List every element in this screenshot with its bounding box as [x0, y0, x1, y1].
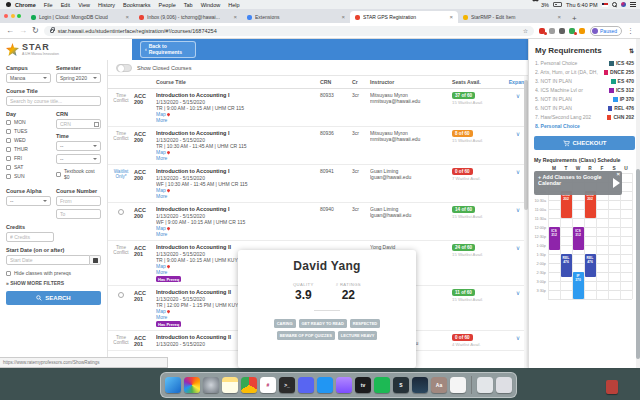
dock-notes-icon[interactable] [222, 377, 238, 393]
menu-item-help[interactable]: Help [228, 2, 239, 8]
back-nav-button[interactable]: ← [6, 27, 14, 35]
extension-gray-icon[interactable] [549, 28, 555, 34]
tab-close-icon[interactable]: × [557, 14, 561, 20]
requirement-item[interactable]: 1. Personal ChoiceICS 425 [534, 59, 635, 68]
select-course-radio[interactable] [118, 209, 124, 215]
spotlight-icon[interactable] [612, 2, 617, 7]
select-course-radio[interactable] [118, 292, 124, 298]
tab-close-icon[interactable]: × [125, 14, 129, 20]
dock-terminal-icon[interactable]: >_ [279, 377, 295, 393]
omnibox[interactable]: star.hawaii.edu/studentinterface/registr… [44, 26, 534, 36]
forward-nav-button[interactable]: → [19, 27, 27, 35]
day-checkbox-row-fri[interactable]: FRI [6, 155, 51, 161]
textbook-checkbox[interactable] [56, 172, 61, 177]
menu-item-view[interactable]: View [78, 2, 90, 8]
tab-close-icon[interactable]: × [449, 14, 453, 20]
day-checkbox-fri[interactable] [6, 156, 11, 161]
course-title[interactable]: Introduction to Accounting I [156, 206, 317, 212]
menu-item-people[interactable]: People [159, 2, 176, 8]
window-zoom-button[interactable] [17, 14, 21, 18]
dock-links-folder-icon[interactable] [477, 377, 493, 393]
dock-vscode-icon[interactable] [317, 377, 333, 393]
expand-chevron-icon[interactable]: ∨ [516, 335, 520, 341]
profile-chip[interactable]: Paused [590, 26, 622, 36]
dock-apple-tv-icon[interactable]: tv [355, 377, 371, 393]
requirement-item[interactable]: 2. Arts, Hum, or Lit (DA, DH,DNCE 255 [534, 68, 635, 77]
requirement-item[interactable]: 3. NOT IN PLANES 470 [534, 77, 635, 86]
hide-prereq-checkbox[interactable] [6, 271, 11, 276]
course-number-from-input[interactable] [56, 196, 101, 206]
tab-2[interactable]: Inbox (9,006) - tchorng@hawai...× [134, 11, 242, 23]
menu-item-history[interactable]: History [98, 2, 115, 8]
semester-select[interactable]: Spring 2020 [56, 73, 101, 83]
page-scrollbar-thumb[interactable] [636, 169, 640, 359]
expand-chevron-icon[interactable]: ∨ [516, 131, 520, 137]
window-close-button[interactable] [4, 14, 8, 18]
input-language-flag-icon[interactable] [602, 3, 608, 7]
day-checkbox-tues[interactable] [6, 129, 11, 134]
course-number-to-input[interactable] [56, 209, 101, 219]
day-checkbox-row-sun[interactable]: SUN [6, 173, 51, 179]
hide-prereq-checkbox-row[interactable]: Hide classes with prereqs [6, 270, 101, 276]
dock-trash-icon[interactable] [496, 377, 512, 393]
more-link[interactable]: More [156, 117, 317, 123]
time-from-select[interactable]: -- [56, 141, 101, 151]
day-checkbox-row-mon[interactable]: MON [6, 119, 51, 125]
dock-spotify-icon[interactable] [374, 377, 390, 393]
extension-colorful-icon[interactable] [569, 28, 575, 34]
checkout-button[interactable]: CHECKOUT [534, 136, 635, 150]
show-closed-toggle[interactable] [116, 64, 132, 72]
menu-item-file[interactable]: File [44, 2, 53, 8]
tab-close-icon[interactable]: × [341, 14, 345, 20]
expand-chevron-icon[interactable]: ∨ [516, 169, 520, 175]
expand-chevron-icon[interactable]: ∨ [516, 207, 520, 213]
tab-5[interactable]: StarRMP - Edit Item× [458, 11, 566, 23]
start-date-input[interactable] [6, 255, 90, 265]
more-link[interactable]: More [156, 193, 317, 199]
day-checkbox-wed[interactable] [6, 138, 11, 143]
dock-podcasts-icon[interactable] [336, 377, 352, 393]
expand-chevron-icon[interactable]: ∨ [516, 93, 520, 99]
dock-reminders-icon[interactable] [450, 377, 466, 393]
menu-item-edit[interactable]: Edit [61, 2, 70, 8]
sort-icon[interactable]: ⇅ [629, 47, 634, 54]
browser-menu-icon[interactable]: ⋮ [627, 27, 634, 35]
expand-chevron-icon[interactable]: ∨ [516, 290, 520, 296]
reload-button[interactable]: ↻ [32, 27, 39, 35]
siri-icon[interactable] [621, 2, 627, 8]
requirement-item[interactable]: 5. NOT IN PLANIP 370 [534, 95, 635, 104]
url-text[interactable]: star.hawaii.edu/studentinterface/registr… [58, 28, 217, 34]
dock-system-preferences-icon[interactable] [203, 377, 219, 393]
menu-item-tab[interactable]: Tab [184, 2, 193, 8]
extension-orange-icon[interactable] [579, 28, 585, 34]
dock-dictionary-icon[interactable]: Aa [431, 377, 447, 393]
https-lock-icon[interactable] [50, 29, 54, 34]
tab-1[interactable]: Login | Cloud: MongoDB Cloud× [26, 11, 134, 23]
course-title[interactable]: Introduction to Accounting I [156, 130, 317, 136]
menu-item-chrome[interactable]: Chrome [15, 2, 36, 8]
bookmark-star-icon[interactable]: ☆ [523, 27, 528, 34]
campus-select[interactable]: Manoa [6, 73, 51, 83]
menubar-clock[interactable]: Thu 6:40 PM [566, 2, 598, 8]
crn-grid-icon[interactable] [94, 122, 99, 127]
dock-chrome-icon[interactable] [241, 377, 257, 393]
notification-center-icon[interactable] [630, 2, 636, 7]
day-checkbox-mon[interactable] [6, 120, 11, 125]
day-checkbox-row-wed[interactable]: WED [6, 137, 51, 143]
tab-4[interactable]: STAR GPS Registration× [350, 11, 458, 23]
back-to-requirements-button[interactable]: ‹ Back to Requirements [140, 41, 196, 58]
dock-photos-icon[interactable] [184, 377, 200, 393]
menu-item-bookmarks[interactable]: Bookmarks [123, 2, 151, 8]
requirement-item[interactable]: 6. NOT IN PLANREL 476 [534, 104, 635, 113]
tab-close-icon[interactable]: × [233, 14, 237, 20]
requirement-item[interactable]: 7. Haw/Second Lang 202CHN 202 [534, 113, 635, 122]
menu-item-window[interactable]: Window [201, 2, 221, 8]
more-link[interactable]: More [156, 155, 317, 161]
expand-chevron-icon[interactable]: ∨ [516, 245, 520, 251]
credits-input[interactable] [6, 232, 54, 242]
more-link[interactable]: More [156, 231, 317, 237]
tab-3[interactable]: Extensions× [242, 11, 350, 23]
dock-slack-icon[interactable]: # [260, 377, 276, 393]
course-title[interactable]: Introduction to Accounting I [156, 168, 317, 174]
extension-dark-icon[interactable] [559, 28, 565, 34]
